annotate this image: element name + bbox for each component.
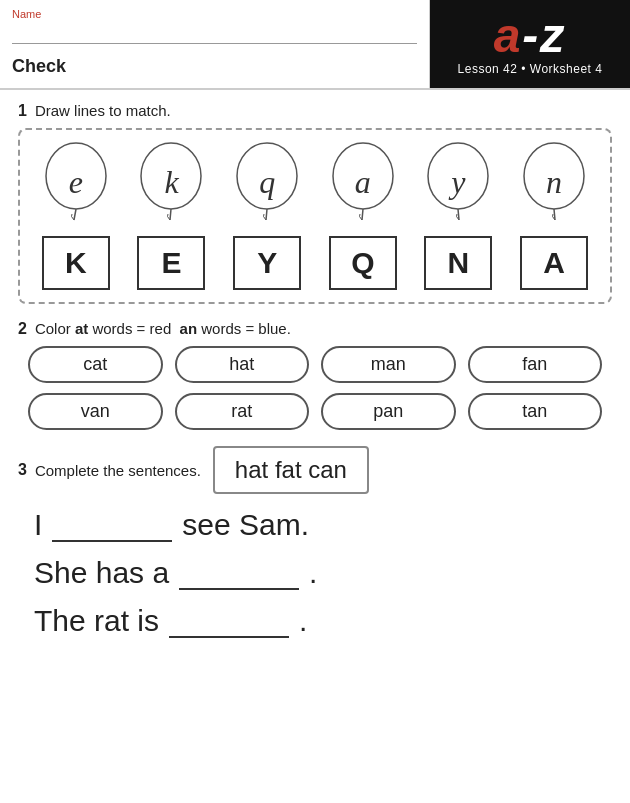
balloon-letter-q: q <box>259 164 275 201</box>
word-man: man <box>321 346 456 383</box>
balloon-letter-e: e <box>69 164 83 201</box>
svg-line-3 <box>170 209 171 220</box>
word-hat: hat <box>175 346 310 383</box>
balloon-k: k <box>137 142 205 222</box>
balloon-letter-k: k <box>164 164 178 201</box>
section-3: 3 Complete the sentences. hat fat can I … <box>18 446 612 638</box>
section3-instruction: Complete the sentences. <box>35 462 201 479</box>
section-2: 2 Color at words = red an words = blue. … <box>18 320 612 430</box>
content: 1 Draw lines to match. e <box>0 90 630 666</box>
balloon-letter-a: a <box>355 164 371 201</box>
balloon-y: y <box>424 142 492 222</box>
balloon-shape-k: k <box>137 142 205 222</box>
header-right: a-z Lesson 42 • Worksheet 4 <box>430 0 630 88</box>
boxes-row: K E Y Q N A <box>28 236 602 290</box>
word-bank: hat fat can <box>213 446 369 494</box>
blank-3 <box>169 632 289 638</box>
sentence-2-suffix: . <box>309 556 317 590</box>
balloon-area: e k <box>18 128 612 304</box>
word-fan: fan <box>468 346 603 383</box>
sentence-1: I see Sam. <box>34 508 612 542</box>
balloon-letter-y: y <box>451 164 465 201</box>
balloon-letter-n: n <box>546 164 562 201</box>
check-label: Check <box>12 56 417 77</box>
box-Y: Y <box>233 236 301 290</box>
balloon-shape-q: q <box>233 142 301 222</box>
sentence-2: She has a . <box>34 556 612 590</box>
word-tan: tan <box>468 393 603 430</box>
az-title: a-z <box>494 12 567 60</box>
box-A: A <box>520 236 588 290</box>
sentence-3-prefix: The rat is <box>34 604 159 638</box>
balloons-row: e k <box>28 142 602 222</box>
section2-num: 2 <box>18 320 27 338</box>
svg-line-1 <box>74 209 76 220</box>
section1-instruction: Draw lines to match. <box>35 102 171 119</box>
lesson-label: Lesson 42 • Worksheet 4 <box>458 62 603 76</box>
header: Name Check a-z Lesson 42 • Worksheet 4 <box>0 0 630 90</box>
balloon-shape-n: n <box>520 142 588 222</box>
name-label: Name <box>12 8 417 20</box>
balloon-shape-a: a <box>329 142 397 222</box>
section3-num: 3 <box>18 461 27 479</box>
section1-num: 1 <box>18 102 27 120</box>
word-cat: cat <box>28 346 163 383</box>
name-line <box>12 24 417 44</box>
box-K: K <box>42 236 110 290</box>
balloon-n: n <box>520 142 588 222</box>
sentence-1-suffix: see Sam. <box>182 508 309 542</box>
section2-header: 2 Color at words = red an words = blue. <box>18 320 612 338</box>
word-rat: rat <box>175 393 310 430</box>
word-van: van <box>28 393 163 430</box>
sentence-3-suffix: . <box>299 604 307 638</box>
balloon-q: q <box>233 142 301 222</box>
sentence-3: The rat is . <box>34 604 612 638</box>
balloon-a: a <box>329 142 397 222</box>
header-left: Name Check <box>0 0 430 88</box>
section3-header: 3 Complete the sentences. hat fat can <box>18 446 612 494</box>
sentence-2-prefix: She has a <box>34 556 169 590</box>
box-E: E <box>137 236 205 290</box>
section-1: 1 Draw lines to match. e <box>18 102 612 304</box>
balloon-shape-y: y <box>424 142 492 222</box>
blank-2 <box>179 584 299 590</box>
svg-line-5 <box>266 209 267 220</box>
svg-line-7 <box>362 209 363 220</box>
section2-instruction: Color at words = red an words = blue. <box>35 320 291 337</box>
sentence-1-prefix: I <box>34 508 42 542</box>
words-grid: cat hat man fan van rat pan tan <box>18 346 612 430</box>
section1-header: 1 Draw lines to match. <box>18 102 612 120</box>
balloon-shape-e: e <box>42 142 110 222</box>
balloon-e: e <box>42 142 110 222</box>
blank-1 <box>52 536 172 542</box>
box-Q: Q <box>329 236 397 290</box>
box-N: N <box>424 236 492 290</box>
word-pan: pan <box>321 393 456 430</box>
